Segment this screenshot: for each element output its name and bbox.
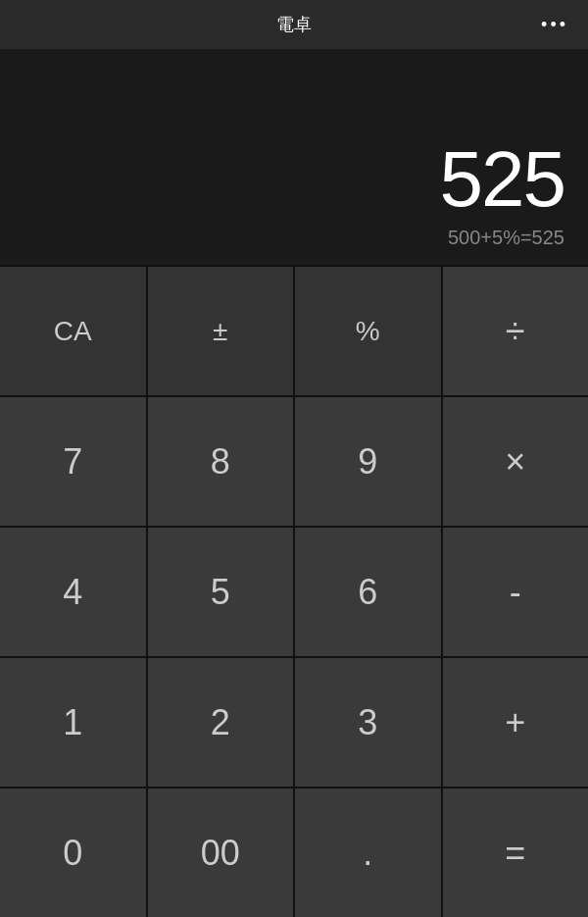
key-one[interactable]: 1 — [0, 658, 146, 787]
title-bar: 電卓 ••• — [0, 0, 588, 49]
key-ca[interactable]: CA — [0, 267, 146, 395]
key-two[interactable]: 2 — [148, 658, 294, 787]
key-decimal[interactable]: . — [295, 789, 441, 917]
key-seven[interactable]: 7 — [0, 397, 146, 526]
key-five[interactable]: 5 — [148, 528, 294, 656]
key-add[interactable]: + — [443, 658, 589, 787]
app-title: 電卓 — [276, 13, 312, 36]
sub-expression: 500+5%=525 — [448, 227, 564, 249]
keypad: CA±%÷789×456-123+000.= — [0, 265, 588, 917]
key-multiply[interactable]: × — [443, 397, 589, 526]
key-plusminus[interactable]: ± — [148, 267, 294, 395]
key-percent[interactable]: % — [295, 267, 441, 395]
key-eight[interactable]: 8 — [148, 397, 294, 526]
main-result: 525 — [440, 140, 564, 219]
display-area: 525 500+5%=525 — [0, 49, 588, 265]
key-subtract[interactable]: - — [443, 528, 589, 656]
more-dots[interactable]: ••• — [541, 15, 568, 35]
key-doublezero[interactable]: 00 — [148, 789, 294, 917]
key-equals[interactable]: = — [443, 789, 589, 917]
key-divide[interactable]: ÷ — [443, 267, 589, 395]
key-three[interactable]: 3 — [295, 658, 441, 787]
key-four[interactable]: 4 — [0, 528, 146, 656]
key-nine[interactable]: 9 — [295, 397, 441, 526]
key-six[interactable]: 6 — [295, 528, 441, 656]
key-zero[interactable]: 0 — [0, 789, 146, 917]
